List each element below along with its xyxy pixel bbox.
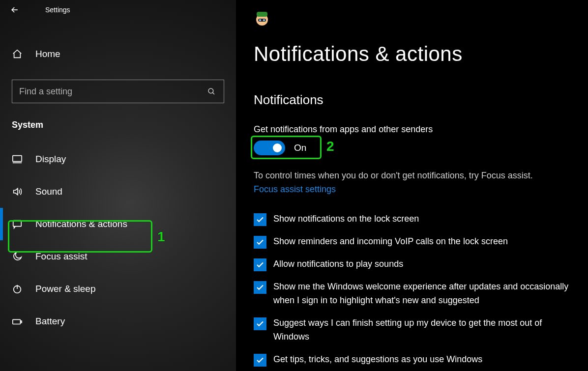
svg-point-0 (208, 88, 213, 93)
svg-point-12 (259, 19, 261, 21)
moon-icon (12, 251, 25, 262)
window-title: Settings (45, 6, 70, 14)
focus-assist-link[interactable]: Focus assist settings (254, 184, 336, 195)
svg-line-1 (212, 92, 214, 94)
back-arrow-icon (10, 5, 20, 15)
sidebar: Settings Home System (0, 0, 236, 371)
notifications-subheading: Notifications (254, 92, 582, 108)
page-title: Notifications & actions (254, 42, 582, 66)
notification-icon (12, 219, 25, 229)
section-label: System (12, 120, 236, 130)
checkbox-icon (254, 317, 266, 330)
check-label: Get tips, tricks, and suggestions as you… (273, 353, 482, 367)
monitor-icon (12, 154, 25, 165)
get-notifications-label: Get notifications from apps and other se… (254, 124, 582, 135)
svg-point-13 (263, 19, 265, 21)
sidebar-item-label: Display (35, 154, 66, 165)
sidebar-item-label: Battery (35, 316, 65, 327)
check-label: Allow notifications to play sounds (273, 257, 403, 271)
sound-icon (12, 186, 25, 197)
check-tips-tricks[interactable]: Get tips, tricks, and suggestions as you… (254, 353, 582, 367)
sidebar-item-display[interactable]: Display (0, 143, 236, 175)
svg-rect-2 (13, 156, 22, 162)
sidebar-item-battery[interactable]: Battery (0, 305, 236, 338)
sidebar-item-power-sleep[interactable]: Power & sleep (0, 273, 236, 305)
checkbox-list: Show notifications on the lock screen Sh… (254, 212, 582, 367)
home-icon (12, 49, 25, 59)
search-icon (206, 87, 217, 96)
search-box[interactable] (12, 80, 224, 103)
sidebar-item-label: Focus assist (35, 251, 88, 262)
sidebar-item-notifications[interactable]: Notifications & actions (0, 208, 236, 240)
power-icon (12, 284, 25, 294)
check-show-lock-screen[interactable]: Show notifications on the lock screen (254, 212, 582, 226)
sidebar-item-label: Notifications & actions (35, 219, 127, 229)
sidebar-item-label: Sound (35, 186, 62, 197)
checkbox-icon (254, 213, 266, 226)
search-input[interactable] (19, 86, 206, 97)
sidebar-item-sound[interactable]: Sound (0, 175, 236, 208)
svg-rect-10 (257, 12, 267, 17)
search-wrap (12, 80, 224, 103)
checkbox-icon (254, 281, 266, 294)
check-play-sounds[interactable]: Allow notifications to play sounds (254, 257, 582, 271)
check-label: Suggest ways I can finish setting up my … (273, 316, 578, 344)
check-show-reminders-voip[interactable]: Show reminders and incoming VoIP calls o… (254, 235, 582, 249)
checkbox-icon (254, 354, 266, 367)
titlebar: Settings (0, 0, 236, 20)
annotation-number-2: 2 (326, 139, 334, 154)
back-button[interactable] (3, 0, 27, 20)
checkbox-icon (254, 236, 266, 249)
toggle-row: On 2 (254, 141, 582, 155)
app-icon (254, 9, 270, 29)
check-suggest-setup[interactable]: Suggest ways I can finish setting up my … (254, 316, 582, 344)
check-label: Show notifications on the lock screen (273, 212, 419, 226)
checkbox-icon (254, 258, 266, 271)
home-label: Home (35, 49, 60, 59)
check-label: Show me the Windows welcome experience a… (273, 280, 578, 308)
notifications-toggle[interactable] (254, 141, 285, 155)
svg-rect-7 (13, 319, 21, 324)
check-welcome-experience[interactable]: Show me the Windows welcome experience a… (254, 280, 582, 308)
svg-rect-4 (13, 221, 22, 227)
sidebar-home[interactable]: Home (0, 41, 236, 67)
check-label: Show reminders and incoming VoIP calls o… (273, 235, 508, 249)
sidebar-item-label: Power & sleep (35, 284, 96, 294)
sidebar-item-focus-assist[interactable]: Focus assist (0, 240, 236, 273)
toggle-state-label: On (294, 143, 306, 153)
battery-icon (12, 316, 25, 327)
settings-app: Settings Home System (0, 0, 588, 371)
focus-assist-desc: To control times when you do or don't ge… (254, 169, 582, 182)
main-content: Notifications & actions Notifications Ge… (236, 0, 588, 371)
svg-rect-8 (21, 321, 22, 323)
toggle-knob (273, 143, 282, 152)
